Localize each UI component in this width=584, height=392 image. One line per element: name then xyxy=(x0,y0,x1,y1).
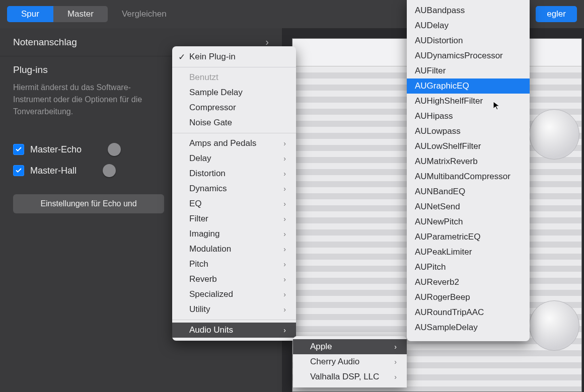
menu-item-category[interactable]: Modulation› xyxy=(172,242,296,257)
checkbox-checked-icon[interactable] xyxy=(13,165,24,176)
menu-item-au-plugin[interactable]: AUHipass xyxy=(407,109,530,124)
menu-item-au-plugin[interactable]: AUMultibandCompressor xyxy=(407,169,530,184)
plugin-menu: Kein Plug-in Benutzt Sample DelayCompres… xyxy=(172,46,296,341)
menu-item-category[interactable]: Imaging› xyxy=(172,226,296,242)
menu-item-au-plugin[interactable]: AUGraphicEQ xyxy=(407,79,530,94)
menu-item-au-plugin[interactable]: AUMatrixReverb xyxy=(407,154,530,169)
menu-item-used[interactable]: Sample Delay xyxy=(172,85,296,100)
tab-track[interactable]: Spur xyxy=(7,6,53,22)
menu-item-category[interactable]: Filter› xyxy=(172,211,296,226)
tab-master[interactable]: Master xyxy=(53,6,108,22)
chevron-right-icon: › xyxy=(283,290,286,298)
chevron-right-icon: › xyxy=(283,200,286,208)
menu-item-au-plugin[interactable]: AUHighShelfFilter xyxy=(407,94,530,109)
menu-item-au-plugin[interactable]: AUSampleDelay xyxy=(407,320,530,335)
slider-knob[interactable] xyxy=(108,143,121,156)
menu-item-vendor[interactable]: Valhalla DSP, LLC› xyxy=(293,369,407,384)
plugins-desc: Hiermit änderst du das Software-Instrume… xyxy=(0,80,161,127)
menu-separator xyxy=(172,67,296,67)
au-vendor-menu: Apple›Cherry Audio›Valhalla DSP, LLC› xyxy=(293,336,407,387)
master-echo-label: Master-Echo xyxy=(30,144,82,155)
track-master-segmented: Spur Master xyxy=(7,6,108,22)
menu-item-vendor[interactable]: Apple› xyxy=(293,339,407,354)
chevron-right-icon: › xyxy=(394,358,397,366)
menu-item-au-plugin[interactable]: AUBandpass xyxy=(407,3,530,18)
rack-knob[interactable] xyxy=(529,109,579,160)
menu-item-used[interactable]: Compressor xyxy=(172,100,296,115)
menu-item-au-plugin[interactable]: AUPitch xyxy=(407,260,530,275)
menu-item-category[interactable]: Utility› xyxy=(172,302,296,317)
menu-item-category[interactable]: EQ› xyxy=(172,196,296,211)
menu-item-au-plugin[interactable]: AULowpass xyxy=(407,124,530,139)
velocity-label: Notenanschlag xyxy=(13,37,77,48)
rack-knob[interactable] xyxy=(529,300,579,351)
checkbox-checked-icon[interactable] xyxy=(13,144,24,155)
chevron-right-icon: › xyxy=(283,170,286,178)
menu-item-used[interactable]: Noise Gate xyxy=(172,115,296,130)
echo-hall-settings-button[interactable]: Einstellungen für Echo und xyxy=(13,194,164,213)
menu-item-category[interactable]: Amps and Pedals› xyxy=(172,136,296,151)
menu-item-au-plugin[interactable]: AURoundTripAAC xyxy=(407,305,530,320)
chevron-right-icon: › xyxy=(283,245,286,253)
menu-item-au-plugin[interactable]: AUFilter xyxy=(407,63,530,79)
chevron-right-icon: › xyxy=(283,260,286,268)
chevron-right-icon: › xyxy=(283,305,286,313)
menu-item-au-plugin[interactable]: AUDynamicsProcessor xyxy=(407,48,530,63)
menu-item-category[interactable]: Distortion› xyxy=(172,166,296,181)
menu-item-au-plugin[interactable]: AUReverb2 xyxy=(407,275,530,290)
chevron-right-icon: › xyxy=(394,373,397,381)
menu-item-au-plugin[interactable]: AULowShelfFilter xyxy=(407,139,530,154)
compare-button[interactable]: Vergleichen xyxy=(112,6,177,22)
menu-separator xyxy=(172,133,296,133)
chevron-right-icon: › xyxy=(283,215,286,223)
cursor-icon xyxy=(492,101,502,111)
menu-item-au-plugin[interactable]: AURogerBeep xyxy=(407,290,530,305)
menu-item-category[interactable]: Dynamics› xyxy=(172,181,296,196)
menu-separator xyxy=(172,320,296,320)
menu-item-audio-units[interactable]: Audio Units› xyxy=(172,323,296,338)
menu-item-au-plugin[interactable]: AUDistortion xyxy=(407,33,530,48)
chevron-right-icon: › xyxy=(283,139,286,147)
master-hall-label: Master-Hall xyxy=(30,166,77,176)
menu-item-au-plugin[interactable]: AUDelay xyxy=(407,18,530,33)
controls-pill[interactable]: egler xyxy=(536,6,577,22)
menu-item-au-plugin[interactable]: AUNewPitch xyxy=(407,214,530,229)
menu-item-no-plugin[interactable]: Kein Plug-in xyxy=(172,49,296,64)
chevron-right-icon: › xyxy=(283,185,286,193)
menu-item-category[interactable]: Specialized› xyxy=(172,287,296,302)
menu-item-category[interactable]: Delay› xyxy=(172,151,296,166)
menu-item-au-plugin[interactable]: AUParametricEQ xyxy=(407,229,530,245)
menu-item-category[interactable]: Reverb› xyxy=(172,272,296,287)
au-plugin-menu: AUBandpassAUDelayAUDistortionAUDynamicsP… xyxy=(407,0,530,341)
menu-item-au-plugin[interactable]: AUPeakLimiter xyxy=(407,245,530,260)
chevron-right-icon: › xyxy=(283,230,286,238)
menu-section-used: Benutzt xyxy=(172,70,296,85)
menu-item-vendor[interactable]: Cherry Audio› xyxy=(293,354,407,369)
menu-item-category[interactable]: Pitch› xyxy=(172,257,296,272)
menu-item-au-plugin[interactable]: AUNBandEQ xyxy=(407,184,530,199)
chevron-right-icon: › xyxy=(394,343,397,351)
menu-item-au-plugin[interactable]: AUNetSend xyxy=(407,199,530,214)
chevron-right-icon: › xyxy=(283,326,286,334)
chevron-right-icon: › xyxy=(283,275,286,283)
slider-knob[interactable] xyxy=(103,164,116,177)
chevron-right-icon: › xyxy=(283,154,286,163)
